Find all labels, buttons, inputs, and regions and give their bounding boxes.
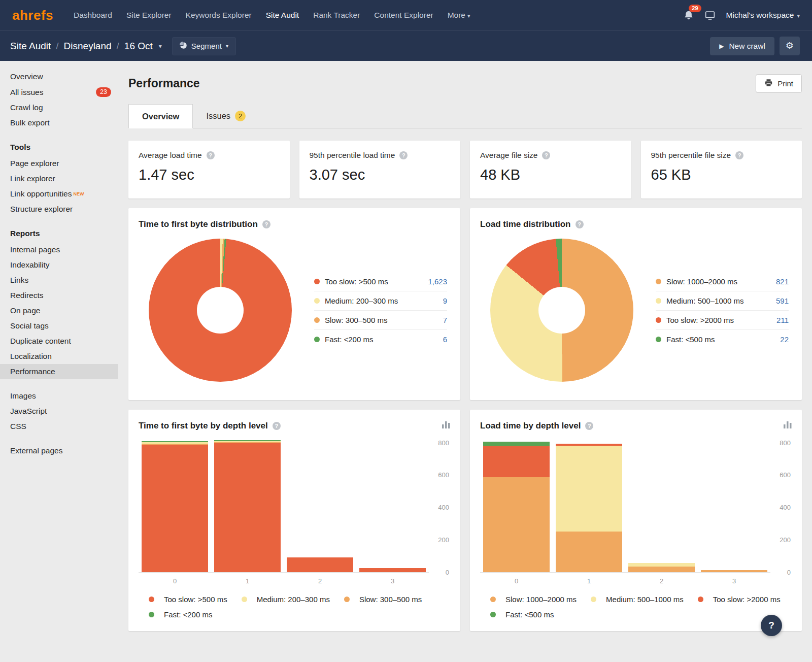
bar-chart-icon[interactable] xyxy=(442,421,450,431)
bar-depth-0[interactable] xyxy=(483,442,550,572)
nav-item-site-explorer[interactable]: Site Explorer xyxy=(119,0,179,30)
page-head: Performance Print xyxy=(128,74,802,93)
nav-item-content-explorer[interactable]: Content Explorer xyxy=(367,0,440,30)
nav-item-more[interactable]: More▾ xyxy=(441,0,478,30)
segment-button[interactable]: Segment ▾ xyxy=(172,37,236,55)
legend-value-link[interactable]: 9 xyxy=(443,296,447,305)
sidebar-group-0: OverviewAll issues23Crawl logBulk export xyxy=(0,69,118,130)
sidebar-item-css[interactable]: CSS xyxy=(0,419,118,434)
ahrefs-logo[interactable]: ahrefs xyxy=(12,8,53,23)
legend-label: Medium: 200–300 ms xyxy=(257,595,330,604)
bar-segment-too-slow-500-ms xyxy=(142,445,208,572)
ttfb-donut-chart[interactable] xyxy=(149,239,292,382)
bell-icon xyxy=(684,13,694,22)
legend-value-link[interactable]: 211 xyxy=(776,316,789,324)
sidebar-item-javascript[interactable]: JavaScript xyxy=(0,404,118,419)
bar-depth-3[interactable] xyxy=(359,568,426,572)
legend-item-fast-200-ms: Fast: <200 ms6 xyxy=(314,330,447,349)
help-icon[interactable]: ? xyxy=(273,422,281,430)
sidebar-item-internal-pages[interactable]: Internal pages xyxy=(0,242,118,257)
sidebar-item-external-pages[interactable]: External pages xyxy=(0,443,118,458)
help-icon[interactable]: ? xyxy=(542,151,550,159)
sidebar-item-overview[interactable]: Overview xyxy=(0,69,118,84)
help-icon[interactable]: ? xyxy=(585,422,593,430)
chart-title-row: Load time distribution ? xyxy=(470,208,802,229)
sidebar-item-images[interactable]: Images xyxy=(0,388,118,404)
bar-depth-1[interactable] xyxy=(214,440,281,572)
bar-depth-3[interactable] xyxy=(701,570,767,572)
legend-item-medium-500-1000-ms: Medium: 500–1000 ms591 xyxy=(656,291,789,311)
settings-button[interactable]: ⚙ xyxy=(780,37,800,55)
help-icon[interactable]: ? xyxy=(262,220,270,228)
legend-value-link[interactable]: 6 xyxy=(443,335,447,344)
bar-depth-2[interactable] xyxy=(628,563,695,572)
sidebar-item-link-opportunities[interactable]: Link opportunitiesNEW xyxy=(0,186,118,202)
legend-value-link[interactable]: 821 xyxy=(776,277,789,286)
legend-value-link[interactable]: 22 xyxy=(780,335,789,344)
help-button[interactable]: ? xyxy=(761,615,782,636)
tab-issues[interactable]: Issues2 xyxy=(193,104,259,128)
charts-grid: Time to first byte distribution ? Too sl… xyxy=(128,208,802,631)
bars-wrap: 0123 xyxy=(139,438,429,585)
legend-item-slow-1000-2000-ms: Slow: 1000–2000 ms xyxy=(490,595,577,604)
sidebar-item-indexability[interactable]: Indexability xyxy=(0,257,118,273)
nav-item-site-audit[interactable]: Site Audit xyxy=(259,0,307,30)
breadcrumb-site-audit[interactable]: Site Audit xyxy=(10,41,51,52)
legend-value-link[interactable]: 7 xyxy=(443,316,447,324)
print-button[interactable]: Print xyxy=(756,74,802,93)
sidebar-item-page-explorer[interactable]: Page explorer xyxy=(0,156,118,171)
sidebar-item-links[interactable]: Links xyxy=(0,273,118,288)
help-icon[interactable]: ? xyxy=(207,151,215,159)
legend-label: Fast: <200 ms xyxy=(325,335,373,344)
notifications-button[interactable]: 29 xyxy=(684,10,694,22)
sidebar-item-all-issues[interactable]: All issues23 xyxy=(0,84,118,100)
bar-chart-icon[interactable] xyxy=(784,421,792,431)
print-label: Print xyxy=(777,79,793,88)
legend-value-link[interactable]: 1,623 xyxy=(428,277,447,286)
project-bar-actions: ▶ New crawl ⚙ xyxy=(710,37,800,55)
chart-title: Time to first byte distribution xyxy=(139,219,258,229)
nav-item-dashboard[interactable]: Dashboard xyxy=(66,0,119,30)
new-crawl-button[interactable]: ▶ New crawl xyxy=(710,37,774,55)
sidebar-item-performance[interactable]: Performance xyxy=(0,364,118,379)
legend-label: Too slow: >500 ms xyxy=(164,595,227,604)
sidebar-item-bulk-export[interactable]: Bulk export xyxy=(0,115,118,130)
sidebar-item-on-page[interactable]: On page xyxy=(0,303,118,318)
sidebar-item-redirects[interactable]: Redirects xyxy=(0,288,118,303)
legend-dot xyxy=(656,317,661,323)
chevron-down-icon[interactable]: ▾ xyxy=(159,43,162,50)
legend-dot xyxy=(344,597,350,602)
tab-overview[interactable]: Overview xyxy=(128,104,193,128)
nav-item-keywords-explorer[interactable]: Keywords Explorer xyxy=(179,0,259,30)
sidebar-item-crawl-log[interactable]: Crawl log xyxy=(0,100,118,115)
y-axis: 8006004002000 xyxy=(429,438,450,573)
sidebar-item-structure-explorer[interactable]: Structure explorer xyxy=(0,202,118,217)
gear-icon: ⚙ xyxy=(786,41,794,51)
bar-depth-0[interactable] xyxy=(142,441,208,572)
sidebar-item-link-explorer[interactable]: Link explorer xyxy=(0,171,118,186)
sidebar-item-duplicate-content[interactable]: Duplicate content xyxy=(0,334,118,349)
workspace-menu[interactable]: Michal's workspace▾ xyxy=(726,11,800,20)
sidebar-item-localization[interactable]: Localization xyxy=(0,349,118,364)
monitor-button[interactable] xyxy=(705,11,715,22)
legend-dot xyxy=(591,597,596,602)
sidebar-item-label: All issues xyxy=(10,88,43,97)
chart-title: Load time distribution xyxy=(480,219,571,229)
sidebar-gap xyxy=(0,436,118,443)
breadcrumb-16-oct[interactable]: 16 Oct xyxy=(124,41,153,52)
bar-segment-slow-1000-2000-ms xyxy=(556,532,622,572)
load-time-donut-chart[interactable] xyxy=(490,239,633,382)
bar-depth-2[interactable] xyxy=(287,557,353,572)
nav-item-rank-tracker[interactable]: Rank Tracker xyxy=(306,0,367,30)
legend-dot xyxy=(149,612,154,617)
stat-label-row: Average load time? xyxy=(139,151,280,160)
legend-value-link[interactable]: 591 xyxy=(776,296,789,305)
help-icon[interactable]: ? xyxy=(399,151,408,159)
chart-card-ttfb-by-depth: Time to first byte by depth level ? 0123 xyxy=(128,410,460,631)
breadcrumb-disneyland[interactable]: Disneyland xyxy=(64,41,112,52)
bar-depth-1[interactable] xyxy=(556,444,622,572)
legend-label: Medium: 500–1000 ms xyxy=(606,595,684,604)
help-icon[interactable]: ? xyxy=(735,151,743,159)
help-icon[interactable]: ? xyxy=(576,220,584,228)
sidebar-item-social-tags[interactable]: Social tags xyxy=(0,318,118,334)
